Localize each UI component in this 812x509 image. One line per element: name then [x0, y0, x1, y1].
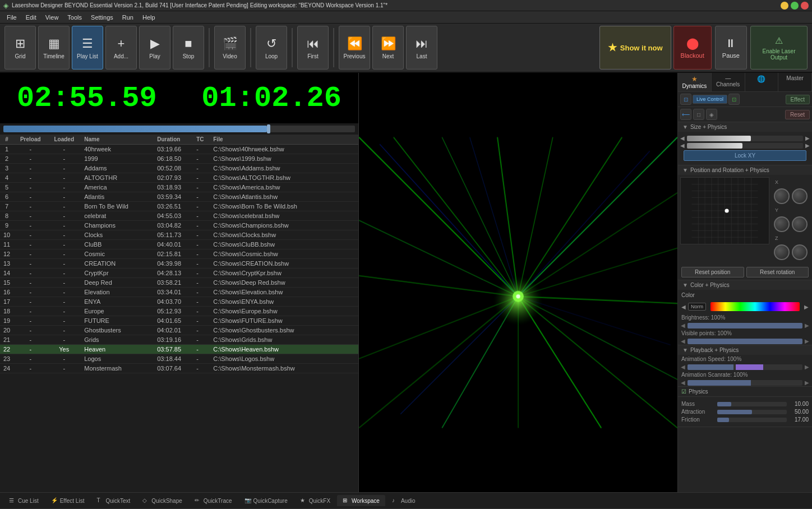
pause-btn[interactable]: ⏸Pause	[715, 26, 747, 70]
bottom-tab-audio[interactable]: ♪Audio	[386, 495, 421, 506]
rp-tab-master[interactable]: Master	[778, 73, 812, 91]
table-row[interactable]: 10 - - Clocks 05:11.73 - C:\Shows\Clocks…	[0, 230, 358, 240]
menu-item-help[interactable]: Help	[138, 13, 160, 22]
size-slider-1[interactable]	[687, 136, 803, 141]
anim-scanrate-left[interactable]: ◀	[680, 380, 686, 386]
size-arrow-left-2[interactable]: ◀	[680, 142, 685, 149]
toolbar-btn-video[interactable]: 🎬Video	[214, 26, 246, 70]
table-row[interactable]: 4 - - ALTOGTHR 02:07.93 - C:\Shows\ALTOG…	[0, 173, 358, 183]
blackout-btn[interactable]: ⬤Blackout	[673, 26, 712, 70]
mass-slider[interactable]	[717, 402, 787, 406]
table-row[interactable]: 13 - - CREATION 04:39.98 - C:\Shows\CREA…	[0, 259, 358, 269]
color-gradient[interactable]	[710, 302, 800, 311]
maximize-button[interactable]	[791, 2, 799, 10]
knob-z-1[interactable]	[774, 244, 790, 260]
anim-speed-right[interactable]: ▶	[804, 364, 810, 370]
table-row[interactable]: 18 - - Europe 05:12.93 - C:\Shows\Europe…	[0, 307, 358, 316]
toolbar-btn-stop[interactable]: ■Stop	[173, 26, 204, 70]
table-row[interactable]: 2 - - 1999 06:18.50 - C:\Shows\1999.bshw	[0, 154, 358, 164]
enable-laser-btn[interactable]: ⚠Enable Laser Output	[750, 26, 808, 70]
bottom-tab-quick-capture[interactable]: 📷QuickCapture	[239, 495, 293, 506]
rp-tab-channels[interactable]: — Channels	[712, 73, 745, 91]
table-row[interactable]: 22 - Yes Heaven 03:57.85 - C:\Shows\Heav…	[0, 345, 358, 354]
reset-position-btn[interactable]: Reset position	[681, 267, 744, 277]
anim-speed-slider[interactable]	[688, 364, 802, 370]
rp-live-control-btn[interactable]: Live Control	[693, 95, 727, 104]
toolbar-btn-play[interactable]: ▶Play	[139, 26, 170, 70]
toolbar-btn-grid[interactable]: ⊞Grid	[4, 26, 36, 70]
table-row[interactable]: 11 - - CluBB 04:40.01 - C:\Shows\CluBB.b…	[0, 240, 358, 249]
table-row[interactable]: 6 - - Atlantis 03:59.34 - C:\Shows\Atlan…	[0, 192, 358, 202]
rp-icon-effect[interactable]: ⊡	[728, 94, 740, 105]
table-row[interactable]: 17 - - ENYA 04:03.70 - C:\Shows\ENYA.bsh…	[0, 297, 358, 307]
toolbar-btn-playlist[interactable]: ☰Play List	[72, 26, 103, 70]
lock-xy-btn[interactable]: Lock XY	[684, 150, 806, 161]
rp-icon-3[interactable]: ◈	[706, 109, 717, 120]
bottom-tab-workspace[interactable]: ⊞Workspace	[337, 495, 385, 506]
bottom-tab-quick-trace[interactable]: ✏QuickTrace	[189, 495, 238, 506]
toolbar-btn-first[interactable]: ⏮First	[297, 26, 329, 70]
anim-scanrate-right[interactable]: ▶	[804, 380, 810, 386]
position-grid[interactable]	[680, 177, 769, 244]
rp-icon-1[interactable]: ⟵	[680, 109, 691, 120]
progress-thumb[interactable]	[267, 124, 270, 133]
bottom-tab-quick-fx[interactable]: ★QuickFX	[294, 495, 336, 506]
bottom-tab-quick-shape[interactable]: ◇QuickShape	[137, 495, 187, 506]
rp-effect-btn[interactable]: Effect	[786, 95, 810, 104]
knob-x-2[interactable]	[792, 188, 808, 204]
menu-item-edit[interactable]: Edit	[21, 13, 41, 22]
table-row[interactable]: 23 - - Logos 03:18.44 - C:\Shows\Logos.b…	[0, 354, 358, 364]
table-row[interactable]: 14 - - CryptKpr 04:28.13 - C:\Shows\Cryp…	[0, 269, 358, 278]
progress-area[interactable]	[0, 123, 358, 135]
physics-check[interactable]: ☑	[681, 388, 686, 395]
bottom-tab-cue-list[interactable]: ☰Cue List	[3, 495, 44, 506]
toolbar-btn-loop[interactable]: ↺Loop	[256, 26, 287, 70]
bottom-tab-quick-text[interactable]: TQuickText	[91, 495, 136, 506]
bottom-tab-effect-list[interactable]: ⚡Effect List	[45, 495, 90, 506]
menu-item-settings[interactable]: Settings	[86, 13, 118, 22]
size-arrow-right-2[interactable]: ▶	[805, 142, 810, 149]
table-row[interactable]: 8 - - celebrat 04:55.03 - C:\Shows\celeb…	[0, 211, 358, 221]
menu-item-file[interactable]: File	[2, 13, 21, 22]
toolbar-btn-add[interactable]: +Add...	[105, 26, 137, 70]
size-slider-2[interactable]	[687, 143, 803, 149]
size-arrow-right-1[interactable]: ▶	[805, 135, 810, 141]
table-row[interactable]: 12 - - Cosmic 02:15.81 - C:\Shows\Cosmic…	[0, 249, 358, 259]
brightness-slider[interactable]	[688, 323, 802, 328]
table-row[interactable]: 9 - - Champions 03:04.82 - C:\Shows\Cham…	[0, 221, 358, 230]
table-row[interactable]: 1 - - 40hrweek 03:19.66 - C:\Shows\40hrw…	[0, 145, 358, 154]
knob-x-1[interactable]	[774, 188, 790, 204]
menu-item-view[interactable]: View	[41, 13, 63, 22]
brightness-arr-left[interactable]: ◀	[680, 322, 686, 328]
knob-y-1[interactable]	[774, 216, 790, 232]
anim-scanrate-slider[interactable]	[688, 380, 802, 386]
size-arrow-left-1[interactable]: ◀	[680, 135, 685, 141]
rp-tab-globe[interactable]: 🌐	[745, 73, 779, 91]
attraction-slider[interactable]	[717, 410, 787, 414]
menu-item-tools[interactable]: Tools	[63, 13, 86, 22]
reset-rotation-btn[interactable]: Reset rotation	[746, 267, 809, 277]
visible-arr-right[interactable]: ▶	[804, 338, 810, 344]
visible-slider[interactable]	[688, 339, 802, 344]
rp-reset-btn[interactable]: Reset	[785, 110, 810, 119]
close-button[interactable]	[801, 2, 809, 10]
minimize-button[interactable]	[781, 2, 788, 10]
toolbar-btn-next[interactable]: ⏩Next	[372, 26, 404, 70]
visible-arr-left[interactable]: ◀	[680, 338, 686, 344]
table-row[interactable]: 20 - - Ghostbusters 04:02.01 - C:\Shows\…	[0, 326, 358, 335]
toolbar-btn-previous[interactable]: ⏪Previous	[339, 26, 370, 70]
knob-y-2[interactable]	[792, 216, 808, 232]
table-row[interactable]: 19 - - FUTURE 04:01.65 - C:\Shows\FUTURE…	[0, 316, 358, 326]
menu-item-run[interactable]: Run	[118, 13, 138, 22]
brightness-arr-right[interactable]: ▶	[804, 322, 810, 328]
show-it-now-btn[interactable]: ★Show it now	[599, 26, 671, 70]
friction-slider[interactable]	[717, 418, 787, 422]
color-arrow-left[interactable]: ◀	[681, 304, 686, 310]
table-row[interactable]: 15 - - Deep Red 03:58.21 - C:\Shows\Deep…	[0, 278, 358, 288]
color-arrow-right[interactable]: ▶	[804, 304, 809, 310]
table-row[interactable]: 21 - - Grids 03:19.16 - C:\Shows\Grids.b…	[0, 335, 358, 345]
anim-speed-left[interactable]: ◀	[680, 364, 686, 370]
rp-icon-2[interactable]: □	[693, 109, 704, 120]
rp-tab-dynamics[interactable]: ★ Dynamics	[678, 73, 712, 91]
rp-icon-live[interactable]: ⊡	[680, 94, 691, 105]
